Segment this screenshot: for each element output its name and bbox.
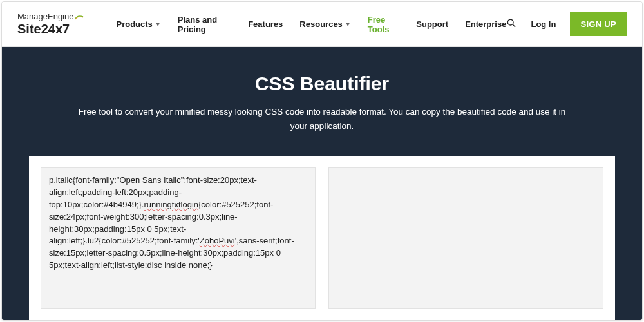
nav-pricing[interactable]: Plans and Pricing [178, 15, 231, 34]
svg-line-1 [513, 24, 515, 27]
output-code-panel[interactable] [328, 167, 603, 309]
logo[interactable]: ManageEngine Site24x7 [17, 12, 84, 35]
header-actions: Log In SIGN UP [506, 12, 627, 36]
input-code-panel[interactable]: p.italic{font-family:"Open Sans Italic";… [41, 167, 316, 309]
main-nav: Products ▼ Plans and Pricing Features Re… [116, 15, 506, 34]
nav-support[interactable]: Support [416, 19, 448, 29]
logo-brand-bottom: Site24x7 [17, 22, 84, 36]
nav-resources-label: Resources [299, 19, 342, 29]
page-title: CSS Beautifier [15, 73, 629, 95]
header: ManageEngine Site24x7 Products ▼ Plans a… [2, 2, 642, 47]
chevron-down-icon: ▼ [345, 21, 351, 28]
code-text: ZohoPuvi [200, 236, 235, 245]
nav-products-label: Products [116, 19, 152, 29]
beautifier-panels: p.italic{font-family:"Open Sans Italic";… [29, 156, 615, 321]
logo-brand-top: ManageEngine [17, 12, 84, 21]
login-link[interactable]: Log In [531, 19, 556, 29]
chevron-down-icon: ▼ [155, 21, 161, 28]
signup-button[interactable]: SIGN UP [570, 12, 627, 36]
svg-point-0 [508, 19, 514, 25]
logo-swoosh-icon [75, 14, 84, 20]
hero-section: CSS Beautifier Free tool to convert your… [2, 47, 642, 321]
nav-free-tools[interactable]: Free Tools [368, 15, 400, 34]
nav-products[interactable]: Products ▼ [116, 19, 160, 29]
nav-resources[interactable]: Resources ▼ [299, 19, 350, 29]
nav-enterprise[interactable]: Enterprise [465, 19, 506, 29]
search-icon[interactable] [506, 18, 516, 31]
code-text: runningtxtlogin [144, 200, 198, 209]
page-subtitle: Free tool to convert your minified messy… [71, 105, 573, 133]
nav-features[interactable]: Features [248, 19, 283, 29]
